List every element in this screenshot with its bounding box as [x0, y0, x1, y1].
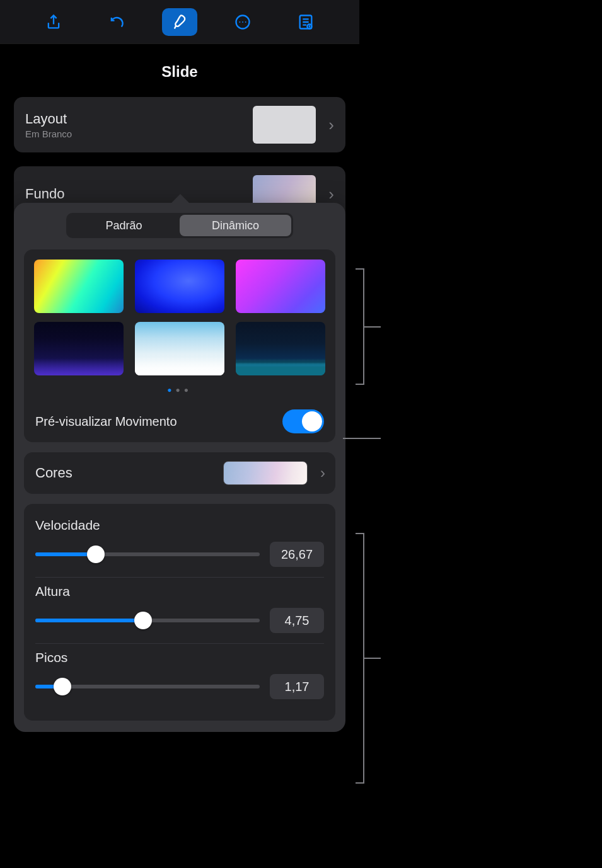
picos-group: Picos 1,17 [35, 643, 324, 709]
swatch-dark-wave[interactable] [34, 322, 124, 375]
svg-point-2 [242, 21, 243, 23]
format-brush-icon[interactable] [162, 8, 197, 36]
colors-label: Cores [35, 465, 216, 481]
swatch-grid [34, 260, 325, 375]
velocidade-label: Velocidade [35, 518, 324, 533]
colors-swatch [223, 461, 308, 485]
velocidade-slider[interactable] [35, 552, 260, 556]
preview-motion-toggle[interactable] [282, 409, 324, 433]
segment-standard[interactable]: Padrão [68, 215, 180, 236]
segment-dynamic[interactable]: Dinâmico [180, 215, 291, 236]
swatch-magenta[interactable] [236, 260, 325, 313]
share-icon[interactable] [36, 8, 71, 36]
velocidade-group: Velocidade 26,67 [35, 511, 324, 577]
swatch-pager[interactable]: ●●● [34, 385, 325, 394]
more-icon[interactable] [225, 8, 260, 36]
swatch-light-wave[interactable] [135, 322, 224, 375]
toolbar [0, 0, 359, 44]
chevron-right-icon: › [325, 185, 334, 204]
svg-point-3 [245, 21, 246, 23]
altura-label: Altura [35, 584, 324, 599]
velocidade-value[interactable]: 26,67 [270, 542, 324, 567]
layout-thumbnail [253, 106, 316, 144]
pager-dot: ● [184, 385, 192, 394]
undo-icon[interactable] [99, 8, 134, 36]
background-popover: Padrão Dinâmico ●●● Pré-visualizar Movim… [14, 203, 345, 732]
callout-bracket-swatches [363, 268, 364, 385]
chevron-right-icon: › [325, 115, 334, 135]
picos-label: Picos [35, 650, 324, 665]
dynamic-backgrounds-panel: ●●● Pré-visualizar Movimento [24, 249, 335, 442]
format-panel: Slide Layout Em Branco › Fundo › Padrão … [0, 0, 359, 868]
altura-group: Altura 4,75 [35, 577, 324, 643]
layout-row[interactable]: Layout Em Branco › [14, 97, 345, 152]
callout-bracket-sliders [363, 533, 364, 784]
preview-motion-label: Pré-visualizar Movimento [35, 414, 177, 429]
picos-slider[interactable] [35, 685, 260, 688]
preview-motion-row: Pré-visualizar Movimento [34, 406, 325, 435]
swatch-blue[interactable] [135, 260, 224, 313]
pager-dot-active: ● [167, 385, 175, 394]
swatch-rainbow[interactable] [34, 260, 124, 313]
layout-labels: Layout Em Branco [25, 111, 244, 139]
altura-slider[interactable] [35, 619, 260, 622]
background-type-segmented[interactable]: Padrão Dinâmico [66, 213, 293, 238]
layout-sub: Em Branco [25, 128, 244, 139]
altura-value[interactable]: 4,75 [270, 608, 324, 633]
panel-title: Slide [0, 44, 359, 97]
picos-value[interactable]: 1,17 [270, 674, 324, 699]
background-labels: Fundo [25, 186, 244, 202]
colors-row[interactable]: Cores › [24, 452, 335, 494]
swatch-teal-wave[interactable] [236, 322, 325, 375]
presenter-notes-icon[interactable] [288, 8, 323, 36]
chevron-right-icon: › [315, 464, 328, 482]
motion-sliders-panel: Velocidade 26,67 Altura 4,75 [24, 504, 335, 721]
background-label: Fundo [25, 186, 244, 202]
svg-point-1 [239, 21, 240, 23]
layout-label: Layout [25, 111, 244, 127]
pager-dot: ● [175, 385, 183, 394]
